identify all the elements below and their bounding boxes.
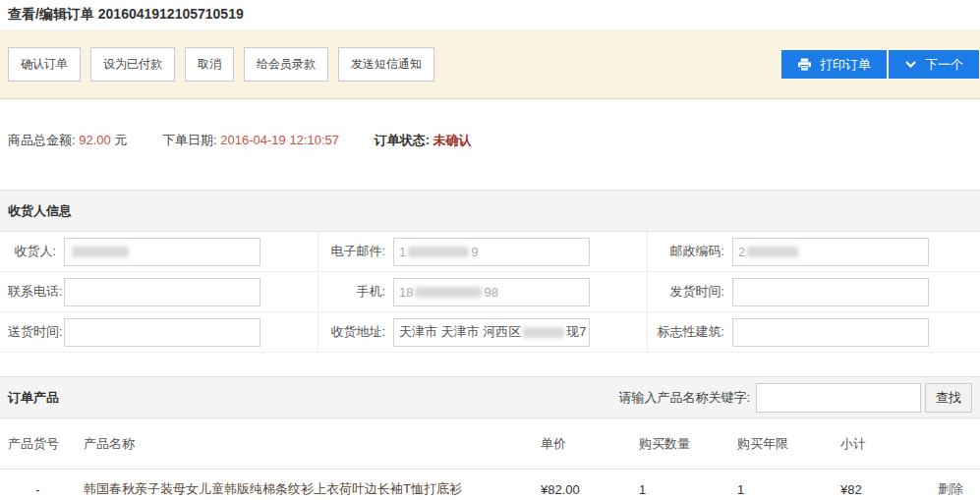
consignee-label: 收货人: bbox=[8, 243, 56, 260]
products-section-title: 订单产品 bbox=[8, 389, 59, 407]
zipcode-value-prefix: 2 bbox=[738, 245, 745, 259]
mobile-value-prefix: 18 bbox=[399, 285, 413, 300]
contact-phone-label: 联系电话: bbox=[8, 283, 56, 301]
redacted-text bbox=[747, 247, 798, 257]
email-input[interactable]: 1 9 bbox=[393, 238, 590, 266]
mobile-value-suffix: 98 bbox=[484, 285, 497, 300]
field-landmark: 标志性建筑: bbox=[647, 312, 980, 353]
next-order-label: 下一个 bbox=[925, 56, 963, 74]
contact-phone-input[interactable] bbox=[64, 278, 260, 306]
total-amount: 商品总金额: 92.00 元 bbox=[8, 133, 131, 147]
redacted-text bbox=[408, 247, 469, 257]
print-order-button[interactable]: 打印订单 bbox=[781, 50, 887, 79]
delete-product-link[interactable]: 删除 bbox=[926, 480, 980, 498]
chevron-down-icon bbox=[904, 60, 917, 69]
consignee-form: 收货人: 电子邮件: 1 9 邮政编码: 2 联系电话: 手机: 18 98 bbox=[0, 232, 980, 353]
address-input[interactable]: 天津市 天津市 河西区 现7 bbox=[393, 318, 590, 347]
field-consignee: 收货人: bbox=[0, 232, 317, 272]
order-toolbar: 确认订单 设为已付款 取消 给会员录款 发送短信通知 打印订单 下一个 bbox=[0, 29, 980, 99]
ship-time-input[interactable] bbox=[732, 278, 929, 306]
product-sku: - bbox=[0, 482, 76, 497]
col-header-qty: 购买数量 bbox=[631, 435, 729, 453]
field-address: 收货地址: 天津市 天津市 河西区 现7 bbox=[317, 312, 647, 353]
delivery-time-label: 送货时间: bbox=[8, 323, 56, 341]
mobile-label: 手机: bbox=[322, 283, 385, 301]
delivery-time-input[interactable] bbox=[64, 318, 260, 347]
print-order-label: 打印订单 bbox=[820, 56, 871, 74]
page-header: 查看/编辑订单 2016041912105710519 bbox=[0, 0, 980, 29]
zipcode-input[interactable]: 2 bbox=[732, 238, 929, 266]
address-value-suffix: 现7 bbox=[566, 323, 586, 341]
field-mobile: 手机: 18 98 bbox=[317, 272, 647, 312]
col-header-sku: 产品货号 bbox=[0, 435, 76, 453]
product-search-input[interactable] bbox=[756, 383, 921, 413]
email-value-suffix: 9 bbox=[471, 245, 478, 259]
confirm-order-button[interactable]: 确认订单 bbox=[8, 47, 81, 82]
next-order-button[interactable]: 下一个 bbox=[889, 50, 979, 79]
product-name-link[interactable]: 韩国春秋亲子装母女儿童韩版纯棉条纹衫上衣荷叶边长袖T恤打底衫 bbox=[76, 480, 533, 498]
ship-time-label: 发货时间: bbox=[652, 283, 724, 301]
order-status: 订单状态: 未确认 bbox=[375, 133, 472, 147]
printer-icon bbox=[797, 58, 812, 72]
set-paid-button[interactable]: 设为已付款 bbox=[90, 47, 175, 82]
total-amount-label: 商品总金额: bbox=[8, 133, 76, 147]
page-title: 查看/编辑订单 2016041912105710519 bbox=[8, 6, 244, 24]
email-value-prefix: 1 bbox=[399, 245, 406, 259]
send-sms-button[interactable]: 发送短信通知 bbox=[338, 47, 434, 82]
status-badge: 未确认 bbox=[433, 133, 472, 147]
order-date: 下单日期: 2016-04-19 12:10:57 bbox=[162, 133, 343, 147]
col-header-years: 购买年限 bbox=[729, 435, 833, 453]
field-ship-time: 发货时间: bbox=[647, 272, 980, 312]
total-amount-value: 92.00 bbox=[79, 133, 111, 147]
record-payment-button[interactable]: 给会员录款 bbox=[244, 47, 328, 82]
email-label: 电子邮件: bbox=[322, 243, 385, 260]
col-header-price: 单价 bbox=[533, 435, 631, 453]
order-status-label: 订单状态: bbox=[375, 133, 430, 147]
product-price: ¥82.00 bbox=[533, 482, 631, 497]
address-value-prefix: 天津市 天津市 河西区 bbox=[399, 323, 521, 341]
product-years: 1 bbox=[729, 482, 833, 497]
landmark-input[interactable] bbox=[732, 318, 929, 347]
col-header-subtotal: 小计 bbox=[833, 435, 926, 453]
redacted-text bbox=[72, 247, 129, 257]
col-header-name: 产品名称 bbox=[76, 435, 533, 453]
order-summary: 商品总金额: 92.00 元 下单日期: 2016-04-19 12:10:57… bbox=[0, 99, 980, 190]
field-email: 电子邮件: 1 9 bbox=[317, 232, 647, 272]
field-zipcode: 邮政编码: 2 bbox=[647, 232, 980, 272]
redacted-text bbox=[523, 327, 564, 338]
landmark-label: 标志性建筑: bbox=[652, 323, 724, 341]
product-search-button[interactable]: 查找 bbox=[925, 383, 972, 413]
section-gap bbox=[0, 353, 980, 376]
zipcode-label: 邮政编码: bbox=[652, 243, 724, 260]
consignee-section-header: 收货人信息 bbox=[0, 190, 980, 232]
order-date-label: 下单日期: bbox=[162, 133, 217, 147]
consignee-section-title: 收货人信息 bbox=[8, 202, 72, 220]
field-delivery-time: 送货时间: bbox=[0, 312, 317, 353]
address-label: 收货地址: bbox=[322, 323, 385, 341]
total-amount-unit: 元 bbox=[114, 133, 127, 147]
products-section-header: 订单产品 请输入产品名称关键字: 查找 bbox=[0, 376, 980, 418]
products-table-header: 产品货号 产品名称 单价 购买数量 购买年限 小计 bbox=[0, 418, 980, 470]
cancel-order-button[interactable]: 取消 bbox=[185, 47, 234, 82]
order-date-value: 2016-04-19 12:10:57 bbox=[220, 133, 339, 147]
product-qty: 1 bbox=[631, 482, 729, 497]
redacted-text bbox=[415, 287, 482, 298]
product-subtotal: ¥82 bbox=[833, 482, 926, 497]
field-contact-phone: 联系电话: bbox=[0, 272, 317, 312]
mobile-input[interactable]: 18 98 bbox=[393, 278, 590, 306]
consignee-input[interactable] bbox=[64, 238, 260, 266]
table-row: - 韩国春秋亲子装母女儿童韩版纯棉条纹衫上衣荷叶边长袖T恤打底衫 ¥82.00 … bbox=[0, 470, 980, 500]
product-search-label: 请输入产品名称关键字: bbox=[618, 389, 750, 407]
